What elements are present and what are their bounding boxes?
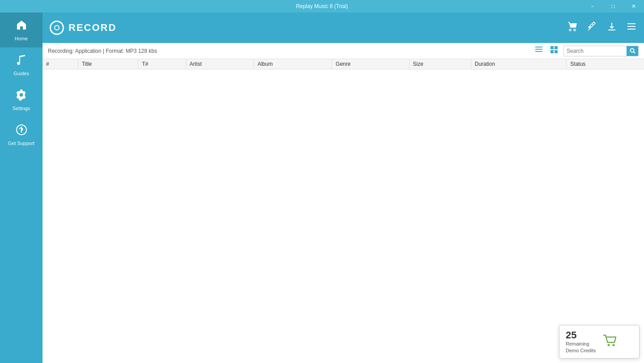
search-button[interactable] — [627, 46, 638, 56]
col-number: # — [43, 59, 78, 69]
col-title: Title — [78, 59, 138, 69]
demo-credits-badge[interactable]: 25 Remaining Demo Credits — [559, 325, 640, 359]
sidebar-item-home[interactable]: Home — [0, 13, 43, 47]
col-album: Album — [254, 59, 332, 69]
pin-button[interactable] — [587, 21, 597, 34]
list-view-button[interactable] — [533, 45, 545, 57]
sidebar-label-support: Get Support — [8, 141, 34, 146]
recording-info: Recording: Application | Format: MP3 128… — [48, 48, 157, 54]
sidebar-item-guides[interactable]: Guides — [0, 47, 43, 82]
support-icon — [15, 124, 28, 139]
close-button[interactable]: ✕ — [623, 0, 644, 13]
svg-point-14 — [608, 344, 610, 346]
header-right — [567, 21, 637, 34]
col-genre: Genre — [332, 59, 409, 69]
svg-rect-11 — [554, 50, 558, 53]
svg-point-15 — [613, 344, 615, 346]
demo-credits-line2: Demo Credits — [566, 347, 596, 354]
window-controls: − □ ✕ — [582, 0, 644, 13]
demo-credits-count: 25 — [566, 330, 576, 341]
header-bar: RECORD — [43, 13, 644, 43]
svg-rect-10 — [550, 50, 554, 53]
svg-point-12 — [630, 49, 634, 52]
main-content: RECORD — [43, 13, 644, 363]
title-bar: Replay Music 8 (Trial) − □ ✕ — [0, 0, 644, 13]
svg-rect-6 — [535, 49, 542, 50]
svg-rect-8 — [550, 46, 554, 49]
demo-credits-cart-icon — [601, 332, 618, 352]
svg-rect-5 — [535, 47, 542, 47]
demo-credits-text: 25 Remaining Demo Credits — [566, 330, 596, 354]
music-icon — [15, 54, 28, 69]
minimize-button[interactable]: − — [582, 0, 603, 13]
col-status: Status — [567, 59, 644, 69]
col-artist: Artist — [186, 59, 254, 69]
search-box — [563, 46, 639, 56]
svg-point-0 — [21, 132, 21, 132]
recordings-table: # Title T# Artist Album Genre Size Durat… — [43, 59, 644, 69]
sidebar: Home Guides Settings — [0, 13, 43, 363]
maximize-button[interactable]: □ — [603, 0, 623, 13]
search-input[interactable] — [564, 46, 627, 56]
col-duration: Duration — [471, 59, 567, 69]
svg-rect-7 — [535, 51, 542, 52]
sidebar-label-settings: Settings — [13, 106, 30, 111]
home-icon — [15, 19, 28, 34]
svg-line-13 — [633, 52, 635, 54]
col-track: T# — [138, 59, 186, 69]
app-container: Home Guides Settings — [0, 13, 644, 363]
sidebar-label-home: Home — [15, 36, 28, 41]
app-title: Replay Music 8 (Trial) — [296, 3, 348, 9]
demo-credits-line1: Remaining — [566, 341, 589, 347]
col-size: Size — [409, 59, 471, 69]
cart-button[interactable] — [567, 21, 578, 34]
sidebar-label-guides: Guides — [13, 71, 29, 76]
table-header-row: # Title T# Artist Album Genre Size Durat… — [43, 59, 644, 69]
table-container: # Title T# Artist Album Genre Size Durat… — [43, 59, 644, 363]
menu-button[interactable] — [626, 21, 637, 34]
download-button[interactable] — [606, 21, 617, 34]
sidebar-item-settings[interactable]: Settings — [0, 82, 43, 117]
header-left: RECORD — [50, 21, 116, 35]
toolbar-right — [533, 45, 639, 57]
grid-view-button[interactable] — [548, 45, 560, 57]
gear-icon — [15, 89, 28, 104]
record-button-icon[interactable] — [50, 21, 64, 35]
toolbar: Recording: Application | Format: MP3 128… — [43, 43, 644, 59]
sidebar-item-support[interactable]: Get Support — [0, 117, 43, 152]
record-title: RECORD — [68, 22, 116, 34]
svg-rect-9 — [554, 46, 558, 49]
